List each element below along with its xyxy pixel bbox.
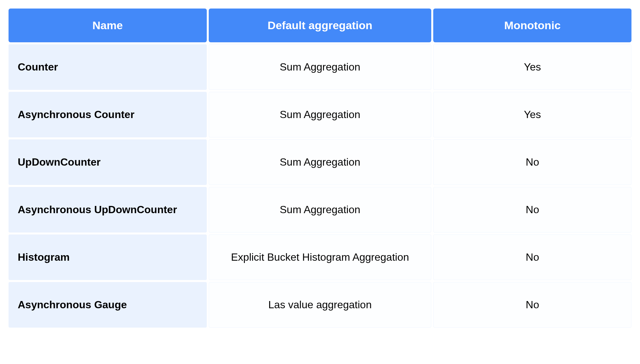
cell-monotonic: No: [433, 234, 631, 280]
table-row: Counter Sum Aggregation Yes: [9, 44, 631, 90]
cell-name: Asynchronous Gauge: [9, 282, 207, 328]
cell-name: Asynchronous Counter: [9, 92, 207, 137]
table-row: UpDownCounter Sum Aggregation No: [9, 139, 631, 185]
header-name: Name: [9, 9, 207, 42]
metrics-table: Name Default aggregation Monotonic Count…: [7, 7, 633, 330]
header-default-aggregation: Default aggregation: [209, 9, 432, 42]
cell-default-aggregation: Sum Aggregation: [209, 44, 432, 90]
cell-monotonic: Yes: [433, 44, 631, 90]
cell-name: UpDownCounter: [9, 139, 207, 185]
table-row: Asynchronous Gauge Las value aggregation…: [9, 282, 631, 328]
cell-monotonic: No: [433, 187, 631, 233]
cell-monotonic: Yes: [433, 92, 631, 137]
header-monotonic: Monotonic: [433, 9, 631, 42]
cell-name: Asynchronous UpDownCounter: [9, 187, 207, 233]
cell-default-aggregation: Las value aggregation: [209, 282, 432, 328]
cell-monotonic: No: [433, 139, 631, 185]
cell-default-aggregation: Sum Aggregation: [209, 139, 432, 185]
cell-name: Counter: [9, 44, 207, 90]
table-header-row: Name Default aggregation Monotonic: [9, 9, 631, 42]
cell-name: Histogram: [9, 234, 207, 280]
cell-default-aggregation: Explicit Bucket Histogram Aggregation: [209, 234, 432, 280]
cell-monotonic: No: [433, 282, 631, 328]
table-row: Histogram Explicit Bucket Histogram Aggr…: [9, 234, 631, 280]
cell-default-aggregation: Sum Aggregation: [209, 92, 432, 137]
table-row: Asynchronous Counter Sum Aggregation Yes: [9, 92, 631, 137]
table-row: Asynchronous UpDownCounter Sum Aggregati…: [9, 187, 631, 233]
cell-default-aggregation: Sum Aggregation: [209, 187, 432, 233]
metrics-table-container: Name Default aggregation Monotonic Count…: [7, 7, 633, 330]
